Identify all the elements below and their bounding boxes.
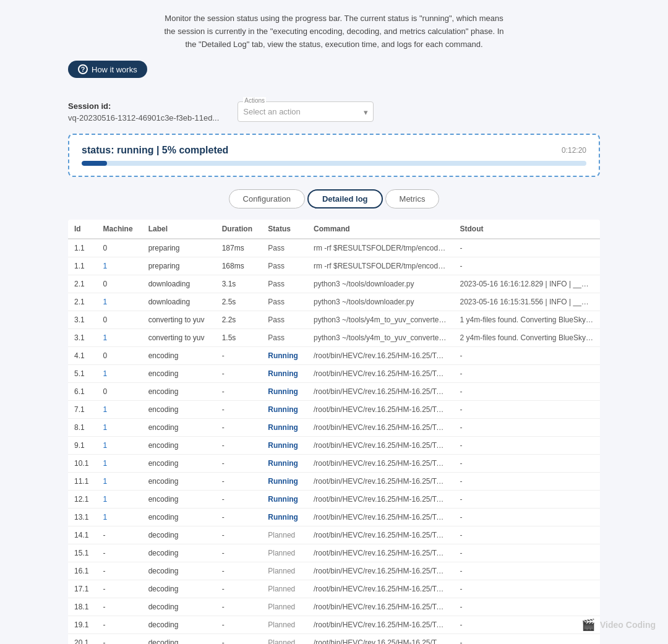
cell-duration: - bbox=[216, 562, 262, 580]
cell-duration: - bbox=[216, 419, 262, 437]
machine-link[interactable]: 1 bbox=[103, 369, 108, 378]
cell-command: rm -rf $RESULTSFOLDER/tmp/encoded_stream… bbox=[307, 239, 453, 257]
tab-detailed-log[interactable]: Detailed log bbox=[307, 189, 383, 208]
cell-stdout: 2 y4m-files found. Converting BlueSky_36… bbox=[453, 329, 600, 347]
cell-stdout: - bbox=[453, 383, 600, 401]
table-row: 17.1 - decoding - Planned /root/bin/HEVC… bbox=[68, 580, 600, 598]
machine-link[interactable]: 1 bbox=[103, 459, 108, 468]
cell-status: Running bbox=[262, 509, 307, 526]
log-table: Id Machine Label Duration Status Command… bbox=[68, 220, 600, 644]
cell-machine: 1 bbox=[97, 365, 142, 383]
cell-label: encoding bbox=[142, 419, 216, 437]
cell-duration: 3.1s bbox=[216, 275, 262, 293]
status-text: status: running | 5% completed bbox=[82, 145, 228, 156]
how-it-works-label: How it works bbox=[92, 65, 137, 74]
progress-box: status: running | 5% completed 0:12:20 bbox=[68, 134, 600, 177]
cell-id: 6.1 bbox=[68, 383, 97, 401]
table-row: 11.1 1 encoding - Running /root/bin/HEVC… bbox=[68, 473, 600, 491]
cell-duration: - bbox=[216, 509, 262, 526]
table-row: 9.1 1 encoding - Running /root/bin/HEVC/… bbox=[68, 437, 600, 455]
cell-status: Planned bbox=[262, 562, 307, 580]
session-id-value: vq-20230516-1312-46901c3e-f3eb-11ed... bbox=[68, 113, 219, 122]
cell-duration: - bbox=[216, 437, 262, 455]
cell-status: Running bbox=[262, 455, 307, 473]
cell-command: python3 ~/tools/y4m_to_yuv_converter.py … bbox=[307, 329, 453, 347]
actions-select[interactable]: Select an action bbox=[243, 103, 368, 120]
cell-stdout: - bbox=[453, 401, 600, 419]
cell-machine: 1 bbox=[97, 455, 142, 473]
cell-status: Pass bbox=[262, 239, 307, 257]
machine-link[interactable]: 1 bbox=[103, 405, 108, 414]
table-row: 3.1 0 converting to yuv 2.2s Pass python… bbox=[68, 311, 600, 329]
session-id-label: Session id: bbox=[68, 101, 219, 111]
cell-command: /root/bin/HEVC/rev.16.25/HM-16.25/TAppEn… bbox=[307, 419, 453, 437]
machine-link[interactable]: 1 bbox=[103, 423, 108, 432]
cell-label: downloading bbox=[142, 275, 216, 293]
cell-id: 4.1 bbox=[68, 347, 97, 365]
cell-label: downloading bbox=[142, 293, 216, 311]
machine-link[interactable]: 1 bbox=[103, 477, 108, 486]
cell-duration: - bbox=[216, 347, 262, 365]
actions-float-label: Actions bbox=[243, 97, 266, 104]
cell-command: /root/bin/HEVC/rev.16.25/HM-16.25/TAppEn… bbox=[307, 401, 453, 419]
machine-value: 0 bbox=[103, 316, 108, 324]
cell-stdout: - bbox=[453, 634, 600, 644]
cell-id: 2.1 bbox=[68, 275, 97, 293]
machine-value: - bbox=[103, 638, 106, 644]
cell-status: Planned bbox=[262, 598, 307, 616]
cell-id: 3.1 bbox=[68, 329, 97, 347]
table-row: 3.1 1 converting to yuv 1.5s Pass python… bbox=[68, 329, 600, 347]
cell-machine: 1 bbox=[97, 401, 142, 419]
cell-stdout: - bbox=[453, 365, 600, 383]
cell-machine: - bbox=[97, 616, 142, 634]
cell-stdout: - bbox=[453, 473, 600, 491]
cell-command: /root/bin/HEVC/rev.16.25/HM-16.25/TAppDe… bbox=[307, 526, 453, 544]
cell-machine: - bbox=[97, 580, 142, 598]
cell-status: Planned bbox=[262, 616, 307, 634]
tab-metrics[interactable]: Metrics bbox=[385, 189, 440, 208]
machine-value: 0 bbox=[103, 351, 108, 360]
cell-stdout: - bbox=[453, 455, 600, 473]
table-row: 16.1 - decoding - Planned /root/bin/HEVC… bbox=[68, 562, 600, 580]
machine-link[interactable]: 1 bbox=[103, 298, 108, 306]
table-row: 14.1 - decoding - Planned /root/bin/HEVC… bbox=[68, 526, 600, 544]
cell-status: Running bbox=[262, 491, 307, 509]
machine-value: 0 bbox=[103, 244, 108, 252]
cell-command: /root/bin/HEVC/rev.16.25/HM-16.25/TAppEn… bbox=[307, 509, 453, 526]
col-header-id: Id bbox=[68, 220, 97, 239]
cell-status: Running bbox=[262, 419, 307, 437]
cell-label: converting to yuv bbox=[142, 311, 216, 329]
col-header-machine: Machine bbox=[97, 220, 142, 239]
cell-duration: 187ms bbox=[216, 239, 262, 257]
table-row: 8.1 1 encoding - Running /root/bin/HEVC/… bbox=[68, 419, 600, 437]
machine-link[interactable]: 1 bbox=[103, 495, 108, 504]
cell-label: decoding bbox=[142, 526, 216, 544]
machine-link[interactable]: 1 bbox=[103, 513, 108, 522]
machine-link[interactable]: 1 bbox=[103, 333, 108, 342]
progress-bar-background bbox=[82, 161, 586, 166]
cell-status: Planned bbox=[262, 580, 307, 598]
cell-machine: - bbox=[97, 598, 142, 616]
table-row: 4.1 0 encoding - Running /root/bin/HEVC/… bbox=[68, 347, 600, 365]
cell-duration: - bbox=[216, 365, 262, 383]
table-row: 20.1 - decoding - Planned /root/bin/HEVC… bbox=[68, 634, 600, 644]
cell-command: /root/bin/HEVC/rev.16.25/HM-16.25/TAppEn… bbox=[307, 455, 453, 473]
watermark-text: Video Coding bbox=[600, 620, 656, 630]
cell-label: preparing bbox=[142, 239, 216, 257]
cell-id: 12.1 bbox=[68, 491, 97, 509]
machine-link[interactable]: 1 bbox=[103, 441, 108, 450]
cell-duration: - bbox=[216, 598, 262, 616]
cell-command: /root/bin/HEVC/rev.16.25/HM-16.25/TAppEn… bbox=[307, 347, 453, 365]
machine-value: - bbox=[103, 620, 106, 629]
cell-machine: 0 bbox=[97, 383, 142, 401]
tab-configuration[interactable]: Configuration bbox=[229, 189, 305, 208]
cell-label: encoding bbox=[142, 437, 216, 455]
how-it-works-button[interactable]: ? How it works bbox=[68, 61, 147, 78]
cell-status: Planned bbox=[262, 544, 307, 562]
cell-machine: 1 bbox=[97, 491, 142, 509]
cell-id: 15.1 bbox=[68, 544, 97, 562]
col-header-stdout: Stdout bbox=[453, 220, 600, 239]
machine-link[interactable]: 1 bbox=[103, 262, 108, 270]
cell-duration: - bbox=[216, 616, 262, 634]
cell-command: /root/bin/HEVC/rev.16.25/HM-16.25/TAppEn… bbox=[307, 365, 453, 383]
